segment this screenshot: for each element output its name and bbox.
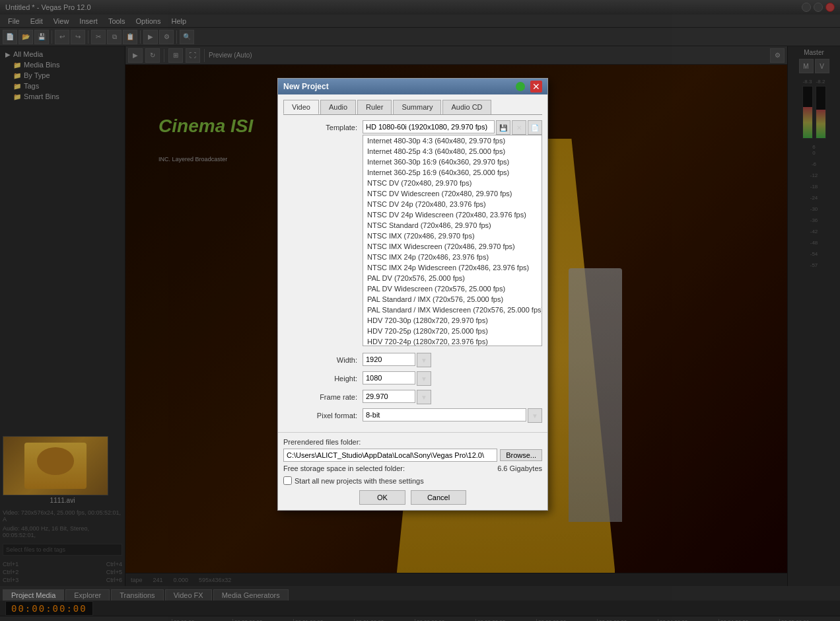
dropdown-item-13[interactable]: PAL DV (720x576, 25.000 fps): [363, 273, 542, 283]
pixel-format-control: ▼: [363, 408, 542, 423]
width-label: Width:: [283, 356, 363, 364]
template-label: Template:: [283, 124, 363, 131]
template-input[interactable]: [363, 120, 495, 133]
dropdown-item-0[interactable]: Internet 480-30p 4:3 (640x480, 29.970 fp…: [363, 135, 542, 146]
storage-value: 6.6 Gigabytes: [497, 464, 542, 472]
template-save-btn[interactable]: 💾: [496, 120, 510, 135]
start-all-new-checkbox[interactable]: [283, 476, 292, 485]
pixel-format-label: Pixel format:: [283, 412, 363, 420]
framerate-control: ▼: [363, 390, 542, 404]
dropdown-item-10[interactable]: NTSC IMX Widescreen (720x486, 29.970 fps…: [363, 241, 542, 252]
framerate-label: Frame rate:: [283, 393, 363, 401]
dropdown-item-2[interactable]: Internet 360-30p 16:9 (640x360, 29.970 f…: [363, 157, 542, 167]
height-control: ▼: [363, 371, 542, 386]
height-dropdown-btn[interactable]: ▼: [417, 371, 431, 386]
dialog-footer: Prerendered files folder: Browse... Free…: [278, 432, 547, 510]
template-input-group: 💾 ✕ 📄: [363, 120, 542, 135]
height-row: Height: ▼: [283, 371, 542, 386]
dropdown-item-5[interactable]: NTSC DV Widescreen (720x480, 29.970 fps): [363, 188, 542, 199]
template-control: 💾 ✕ 📄 Internet 480-30p 4:3 (640x480, 29.…: [363, 120, 542, 135]
new-project-dialog: New Project ✕ Video Audio Ruler Summary …: [277, 78, 548, 511]
pixel-format-row: Pixel format: ▼: [283, 408, 542, 423]
width-row: Width: ▼: [283, 353, 542, 367]
width-control: ▼: [363, 353, 542, 367]
dropdown-item-16[interactable]: PAL Standard / IMX Widescreen (720x576, …: [363, 305, 542, 315]
template-delete-btn[interactable]: ✕: [512, 120, 526, 135]
storage-label: Free storage space in selected folder:: [283, 464, 405, 472]
dialog-overlay: New Project ✕ Video Audio Ruler Summary …: [0, 0, 840, 621]
framerate-input[interactable]: [363, 390, 415, 403]
dropdown-item-1[interactable]: Internet 480-25p 4:3 (640x480, 25.000 fp…: [363, 146, 542, 157]
dialog-tab-audio[interactable]: Audio: [320, 100, 356, 114]
framerate-row: Frame rate: ▼: [283, 390, 542, 404]
dropdown-item-17[interactable]: HDV 720-30p (1280x720, 29.970 fps): [363, 315, 542, 326]
template-dropdown[interactable]: Internet 480-30p 4:3 (640x480, 29.970 fp…: [363, 135, 542, 346]
browse-button[interactable]: Browse...: [500, 449, 542, 461]
form-rows-spacer: Width: ▼ Height: ▼ Frame rate:: [283, 353, 542, 423]
ok-button[interactable]: OK: [359, 490, 405, 505]
template-new-btn[interactable]: 📄: [528, 120, 542, 135]
dropdown-item-12[interactable]: NTSC IMX 24p Widescreen (720x486, 23.976…: [363, 262, 542, 273]
folder-row: Browse...: [283, 449, 542, 462]
height-input[interactable]: [363, 371, 415, 384]
dialog-green-button[interactable]: [516, 82, 525, 91]
dropdown-item-7[interactable]: NTSC DV 24p Widescreen (720x480, 23.976 …: [363, 209, 542, 220]
width-input[interactable]: [363, 353, 415, 366]
storage-row: Free storage space in selected folder: 6…: [283, 464, 542, 472]
dropdown-item-6[interactable]: NTSC DV 24p (720x480, 23.976 fps): [363, 199, 542, 209]
width-dropdown-btn[interactable]: ▼: [417, 353, 431, 367]
dropdown-item-15[interactable]: PAL Standard / IMX (720x576, 25.000 fps): [363, 294, 542, 305]
dropdown-item-19[interactable]: HDV 720-24p (1280x720, 23.976 fps): [363, 336, 542, 346]
dialog-title-bar: New Project ✕: [278, 79, 547, 94]
dialog-tab-audiocd[interactable]: Audio CD: [442, 100, 491, 114]
dropdown-item-3[interactable]: Internet 360-25p 16:9 (640x360, 25.000 f…: [363, 167, 542, 178]
folder-path-input[interactable]: [283, 449, 497, 462]
pixel-format-input[interactable]: [363, 408, 526, 421]
dialog-body: Video Audio Ruler Summary Audio CD Templ…: [278, 94, 547, 432]
dialog-controls: ✕: [516, 81, 542, 92]
folder-section-label: Prerendered files folder:: [283, 438, 542, 446]
dialog-tabs: Video Audio Ruler Summary Audio CD: [283, 100, 542, 115]
pixel-format-dropdown-btn[interactable]: ▼: [528, 408, 542, 423]
dialog-close-button[interactable]: ✕: [530, 81, 542, 92]
dropdown-item-8[interactable]: NTSC Standard (720x486, 29.970 fps): [363, 220, 542, 231]
cancel-button[interactable]: Cancel: [411, 490, 466, 505]
checkbox-row: Start all new projects with these settin…: [283, 476, 542, 485]
dropdown-item-11[interactable]: NTSC IMX 24p (720x486, 23.976 fps): [363, 252, 542, 262]
dropdown-item-18[interactable]: HDV 720-25p (1280x720, 25.000 fps): [363, 326, 542, 336]
dialog-tab-ruler[interactable]: Ruler: [357, 100, 392, 114]
dialog-tab-video[interactable]: Video: [283, 100, 319, 114]
dropdown-item-9[interactable]: NTSC IMX (720x486, 29.970 fps): [363, 231, 542, 241]
dropdown-item-4[interactable]: NTSC DV (720x480, 29.970 fps): [363, 178, 542, 188]
dialog-tab-summary[interactable]: Summary: [393, 100, 441, 114]
template-row: Template: 💾 ✕ 📄 Internet 480-30p 4:3 (64…: [283, 120, 542, 135]
dialog-buttons: OK Cancel: [283, 490, 542, 505]
dropdown-item-14[interactable]: PAL DV Widescreen (720x576, 25.000 fps): [363, 283, 542, 294]
dialog-title-label: New Project: [283, 82, 329, 91]
height-label: Height:: [283, 375, 363, 383]
checkbox-label: Start all new projects with these settin…: [295, 477, 424, 485]
framerate-dropdown-btn[interactable]: ▼: [417, 390, 431, 404]
